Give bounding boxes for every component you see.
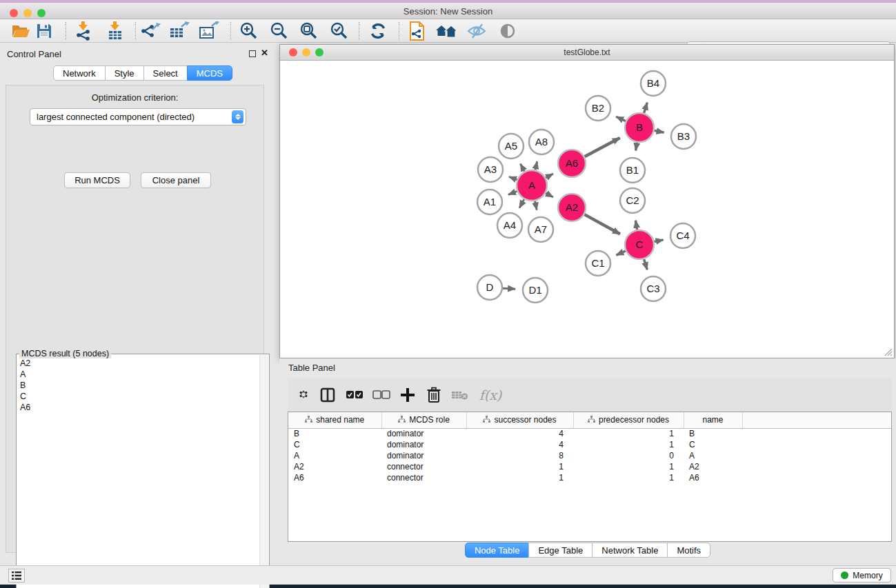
zoom-out-icon[interactable] xyxy=(268,21,290,41)
scrollbar-track[interactable] xyxy=(259,355,268,588)
table-row[interactable]: Adominator80A xyxy=(288,450,891,461)
network-graph[interactable]: B4B2BB3A5A8A6A3B1AA1C2A2A4A7C4CC1DC3D1 xyxy=(280,61,894,358)
list-item[interactable]: B xyxy=(20,380,259,391)
add-column-icon[interactable] xyxy=(397,384,419,406)
toolbar-separator xyxy=(399,22,399,40)
edge-B-B1[interactable] xyxy=(636,143,637,151)
memory-status-icon xyxy=(841,571,848,579)
node-label-B4: B4 xyxy=(647,77,659,89)
criterion-select[interactable]: largest connected component (directed) xyxy=(30,108,246,125)
edge-A-A6[interactable] xyxy=(546,174,553,178)
memory-button[interactable]: Memory xyxy=(833,568,891,582)
refresh-icon[interactable] xyxy=(367,21,389,41)
edge-A-A8[interactable] xyxy=(535,161,537,170)
column-header-name[interactable]: name xyxy=(684,412,742,428)
close-panel-button[interactable]: Close panel xyxy=(141,172,211,188)
node-label-A8: A8 xyxy=(535,136,548,148)
list-item[interactable]: A xyxy=(20,369,259,380)
toolbar-separator xyxy=(135,22,136,40)
gear-icon[interactable] xyxy=(292,384,315,406)
mcds-result-list: A2 A B C A6 xyxy=(17,356,259,588)
zoom-fit-icon[interactable] xyxy=(298,21,320,41)
open-folder-icon[interactable] xyxy=(10,21,32,41)
edge-B-B3[interactable] xyxy=(655,130,664,132)
export-network-icon[interactable] xyxy=(139,21,161,41)
run-mcds-button[interactable]: Run MCDS xyxy=(64,172,130,188)
node-label-A4: A4 xyxy=(504,219,516,231)
tab-edge-table[interactable]: Edge Table xyxy=(528,543,593,558)
table-row[interactable]: A6connector11A6 xyxy=(288,472,891,483)
network-canvas[interactable]: B4B2BB3A5A8A6A3B1AA1C2A2A4A7C4CC1DC3D1 xyxy=(280,61,894,358)
window-title: Session: New Session xyxy=(0,6,896,17)
table-toolbar: f(x) xyxy=(288,378,892,412)
node-label-D: D xyxy=(486,281,494,293)
delete-column-icon[interactable] xyxy=(423,384,445,406)
control-panel: Control Panel ✕ Network Style Select MCD… xyxy=(0,43,270,565)
node-label-A2: A2 xyxy=(566,201,578,213)
tab-network[interactable]: Network xyxy=(53,65,106,81)
save-icon[interactable] xyxy=(33,21,55,41)
tab-motifs[interactable]: Motifs xyxy=(667,543,710,558)
show-all-columns-icon[interactable] xyxy=(344,384,366,406)
criterion-value: largest connected component (directed) xyxy=(30,112,232,122)
edge-A-A1[interactable] xyxy=(508,191,517,194)
hide-all-columns-icon[interactable] xyxy=(370,384,392,406)
node-label-B: B xyxy=(636,121,643,133)
tab-network-table[interactable]: Network Table xyxy=(592,543,668,558)
edge-B-B2[interactable] xyxy=(616,116,626,121)
network-window-titlebar[interactable]: testGlobe.txt xyxy=(280,45,894,61)
import-table-icon[interactable] xyxy=(104,21,126,41)
clone-network-icon[interactable] xyxy=(406,21,428,41)
column-header-successor-nodes[interactable]: successor nodes xyxy=(466,412,573,428)
select-stepper-icon xyxy=(232,110,243,123)
eye-icon[interactable] xyxy=(497,21,519,41)
edge-A-A4[interactable] xyxy=(519,199,524,207)
import-network-icon[interactable] xyxy=(72,21,94,41)
control-panel-title: Control Panel xyxy=(7,49,61,59)
node-label-A6: A6 xyxy=(566,157,578,169)
table-row[interactable]: Bdominator41B xyxy=(288,428,891,439)
float-panel-icon[interactable] xyxy=(249,50,256,57)
node-label-B3: B3 xyxy=(677,130,690,142)
edge-C-C4[interactable] xyxy=(655,240,664,242)
list-item[interactable]: C xyxy=(20,391,259,402)
function-builder-icon: f(x) xyxy=(475,384,506,406)
edge-A6-B[interactable] xyxy=(585,138,620,156)
list-item[interactable]: A2 xyxy=(20,358,259,369)
node-table: shared name MCDS role successor nodes pr… xyxy=(288,412,892,542)
edge-C-C2[interactable] xyxy=(635,221,637,230)
zoom-selected-icon[interactable] xyxy=(328,21,350,41)
edge-D-D1[interactable] xyxy=(503,288,515,289)
column-header-predecessor-nodes[interactable]: predecessor nodes xyxy=(573,412,684,428)
edge-A2-C[interactable] xyxy=(584,214,620,234)
column-header-shared-name[interactable]: shared name xyxy=(288,412,381,428)
table-row[interactable]: Cdominator41C xyxy=(288,439,891,450)
network-view-window: testGlobe.txt B4B2BB3A5A8A6A3B1AA1C2A2A4… xyxy=(279,44,895,358)
task-list-button[interactable] xyxy=(8,569,25,582)
fx-label: f(x) xyxy=(479,387,502,403)
tab-select[interactable]: Select xyxy=(143,65,188,81)
export-image-icon[interactable] xyxy=(198,21,220,41)
home-icon[interactable] xyxy=(435,21,457,41)
resize-grip-icon[interactable] xyxy=(883,347,893,356)
table-row[interactable]: A2connector11A2 xyxy=(288,461,891,472)
tab-node-table[interactable]: Node Table xyxy=(465,543,530,558)
close-panel-icon[interactable]: ✕ xyxy=(261,48,268,58)
edge-A-A7[interactable] xyxy=(535,201,537,210)
node-label-D1: D1 xyxy=(528,284,541,296)
hide-graphics-icon[interactable] xyxy=(466,21,488,41)
edge-A-A3[interactable] xyxy=(509,176,517,179)
memory-label: Memory xyxy=(853,571,882,580)
zoom-in-icon[interactable] xyxy=(238,21,260,41)
edge-C-C3[interactable] xyxy=(644,259,648,270)
columns-icon[interactable] xyxy=(317,384,339,406)
edge-B-B4[interactable] xyxy=(644,103,648,113)
edge-A-A2[interactable] xyxy=(546,193,553,197)
export-table-icon[interactable] xyxy=(168,21,190,41)
edge-C-C1[interactable] xyxy=(616,251,625,255)
column-header-mcds-role[interactable]: MCDS role xyxy=(381,412,466,428)
tab-style[interactable]: Style xyxy=(105,65,144,81)
edge-A-A5[interactable] xyxy=(521,164,525,172)
list-item[interactable]: A6 xyxy=(20,402,259,413)
tab-mcds[interactable]: MCDS xyxy=(187,65,232,81)
